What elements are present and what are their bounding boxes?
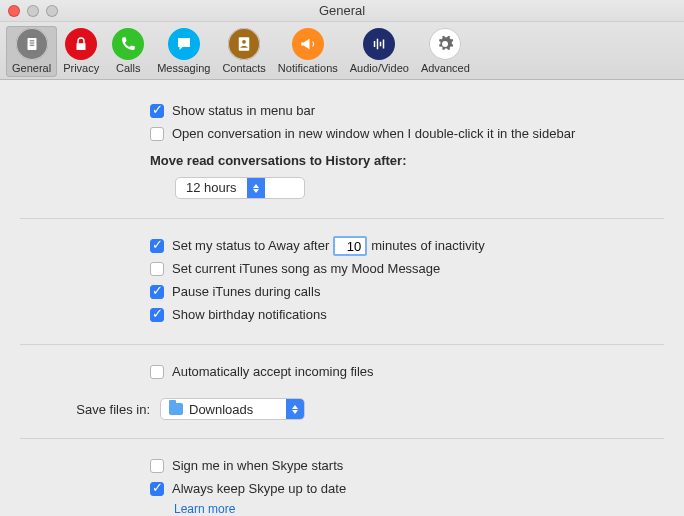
away-label-after: minutes of inactivity [371, 236, 484, 256]
minimize-button[interactable] [27, 5, 39, 17]
svg-rect-0 [27, 38, 36, 50]
lock-icon [65, 28, 97, 60]
tab-messaging[interactable]: Messaging [151, 26, 216, 77]
itunes-mood-label: Set current iTunes song as my Mood Messa… [172, 259, 440, 279]
save-files-value: Downloads [189, 402, 263, 417]
save-files-select[interactable]: Downloads [160, 398, 305, 420]
close-button[interactable] [8, 5, 20, 17]
itunes-mood-checkbox[interactable] [150, 262, 164, 276]
tab-contacts[interactable]: Contacts [216, 26, 271, 77]
horn-icon [292, 28, 324, 60]
group-files: Automatically accept incoming files Save… [20, 344, 664, 438]
svg-rect-4 [239, 37, 250, 51]
tab-label: Notifications [278, 62, 338, 74]
tab-label: Contacts [222, 62, 265, 74]
folder-icon [169, 403, 183, 415]
group-away: Set my status to Away after minutes of i… [20, 218, 664, 344]
tab-general[interactable]: General [6, 26, 57, 77]
pause-itunes-checkbox[interactable] [150, 285, 164, 299]
learn-more-link[interactable]: Learn more [174, 502, 664, 516]
svg-rect-1 [29, 40, 34, 41]
show-status-label: Show status in menu bar [172, 101, 315, 121]
gear-icon [429, 28, 461, 60]
tab-label: Messaging [157, 62, 210, 74]
chat-icon [168, 28, 200, 60]
away-minutes-input[interactable] [333, 236, 367, 256]
auto-accept-checkbox[interactable] [150, 365, 164, 379]
zoom-button[interactable] [46, 5, 58, 17]
info-icon [16, 28, 48, 60]
svg-rect-9 [383, 40, 385, 49]
tab-audio-video[interactable]: Audio/Video [344, 26, 415, 77]
chevron-updown-icon [247, 177, 265, 199]
window-controls [8, 5, 58, 17]
svg-rect-3 [29, 45, 34, 46]
tab-label: General [12, 62, 51, 74]
away-label-before: Set my status to Away after [172, 236, 329, 256]
birthday-label: Show birthday notifications [172, 305, 327, 325]
open-new-window-checkbox[interactable] [150, 127, 164, 141]
preferences-window: General GeneralPrivacyCallsMessagingCont… [0, 0, 684, 516]
auto-update-checkbox[interactable] [150, 482, 164, 496]
phone-icon [112, 28, 144, 60]
pause-itunes-label: Pause iTunes during calls [172, 282, 320, 302]
svg-rect-8 [380, 42, 382, 47]
move-read-select[interactable]: 12 hours [175, 177, 305, 199]
svg-rect-6 [374, 41, 376, 47]
svg-rect-7 [377, 39, 379, 50]
audio-icon [363, 28, 395, 60]
tab-privacy[interactable]: Privacy [57, 26, 105, 77]
tab-notifications[interactable]: Notifications [272, 26, 344, 77]
tab-label: Privacy [63, 62, 99, 74]
show-status-checkbox[interactable] [150, 104, 164, 118]
svg-rect-2 [29, 43, 34, 44]
birthday-checkbox[interactable] [150, 308, 164, 322]
tab-label: Audio/Video [350, 62, 409, 74]
content: Show status in menu bar Open conversatio… [0, 80, 684, 516]
auto-accept-label: Automatically accept incoming files [172, 362, 374, 382]
group-general: Show status in menu bar Open conversatio… [20, 94, 664, 218]
chevron-updown-icon [286, 398, 304, 420]
group-startup: Sign me in when Skype starts Always keep… [20, 438, 664, 516]
tab-label: Calls [116, 62, 140, 74]
save-files-label: Save files in: [20, 402, 160, 417]
titlebar: General [0, 0, 684, 22]
tab-label: Advanced [421, 62, 470, 74]
move-read-value: 12 hours [176, 178, 247, 198]
window-title: General [0, 0, 684, 22]
tab-advanced[interactable]: Advanced [415, 26, 476, 77]
sign-in-checkbox[interactable] [150, 459, 164, 473]
move-read-label: Move read conversations to History after… [150, 147, 664, 173]
auto-update-label: Always keep Skype up to date [172, 479, 346, 499]
tab-calls[interactable]: Calls [105, 26, 151, 77]
open-new-window-label: Open conversation in new window when I d… [172, 124, 575, 144]
svg-point-5 [242, 40, 246, 44]
away-checkbox[interactable] [150, 239, 164, 253]
sign-in-label: Sign me in when Skype starts [172, 456, 343, 476]
contacts-icon [228, 28, 260, 60]
toolbar: GeneralPrivacyCallsMessagingContactsNoti… [0, 22, 684, 80]
